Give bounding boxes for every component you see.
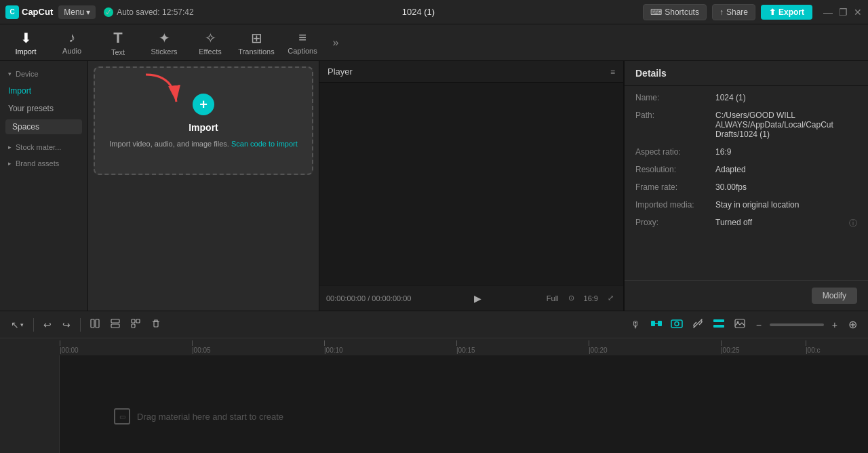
import-card-subtitle: Import video, audio, and image files. Sc… (109, 140, 298, 148)
menu-button[interactable]: Menu ▾ (58, 5, 96, 19)
ruler-line (806, 340, 806, 346)
zoom-in-button[interactable]: + (828, 317, 842, 333)
autosave-dot-icon: ✓ (104, 7, 113, 17)
detail-row-aspect: Aspect ratio: 16:9 (635, 147, 857, 157)
split-h-button[interactable] (106, 316, 124, 333)
svg-rect-8 (154, 321, 158, 327)
project-title: 1024 (1) (194, 7, 644, 17)
toolbar-more-button[interactable]: » (326, 25, 346, 60)
split-v-button[interactable] (86, 316, 104, 333)
export-icon: ⬆ (769, 7, 776, 17)
maximize-button[interactable]: ❐ (838, 7, 848, 17)
expand-button[interactable]: ⤢ (605, 292, 616, 304)
camera-icon (671, 317, 683, 330)
timeline-tracks[interactable]: ▭ Drag material here and start to create (60, 355, 868, 453)
player-area: Player ≡ 00:00:00:00 / 00:00:00:00 ▶ Ful… (319, 61, 624, 311)
detail-key-imported-media: Imported media: (635, 200, 710, 210)
shortcuts-button[interactable]: ⌨ Shortcuts (643, 4, 707, 20)
stabilize-button[interactable]: ⊙ (566, 292, 577, 304)
tab-text[interactable]: T Text (95, 25, 141, 60)
svg-rect-12 (671, 320, 682, 328)
spaces-button[interactable]: Spaces (5, 119, 82, 134)
left-panel-stock[interactable]: ▸ Stock mater... (3, 140, 85, 155)
export-button[interactable]: ⬆ Export (761, 5, 812, 20)
drag-hint-icon: ▭ (114, 408, 130, 425)
play-button[interactable]: ▶ (474, 293, 481, 304)
import-tab-icon: ⬇ (20, 30, 32, 46)
ratio-button[interactable]: 16:9 (581, 293, 601, 304)
modify-button[interactable]: Modify (812, 288, 857, 304)
detail-val-resolution: Adapted (715, 165, 857, 174)
main-toolbar: ⬇ Import ♪ Audio T Text ✦ Stickers ✧ Eff… (0, 24, 868, 61)
transitions-tab-icon: ⊞ (251, 30, 262, 46)
multi-track-icon (713, 317, 725, 330)
ruler-label-6: |00:c (806, 347, 821, 354)
tab-audio[interactable]: ♪ Audio (49, 25, 95, 60)
zoom-slider[interactable] (770, 323, 824, 326)
detail-val-proxy: Turned off (715, 218, 841, 227)
redo-button[interactable]: ↪ (58, 317, 75, 333)
shortcuts-icon: ⌨ (650, 7, 662, 17)
ruler-label-1: |00:05 (192, 347, 211, 354)
import-plus-icon: + (193, 94, 214, 115)
player-menu-icon[interactable]: ≡ (610, 67, 615, 77)
fit-button[interactable]: ⊕ (844, 315, 861, 334)
text-tab-label: Text (111, 48, 125, 56)
image-icon (734, 319, 745, 328)
share-button[interactable]: ↑ Share (712, 4, 755, 20)
ruler-mark-3: |00:15 (456, 340, 475, 354)
detail-row-imported-media: Imported media: Stay in original locatio… (635, 200, 857, 210)
tab-stickers[interactable]: ✦ Stickers (141, 25, 187, 60)
menu-arrow-icon: ▾ (86, 7, 90, 17)
tab-transitions[interactable]: ⊞ Transitions (233, 25, 279, 60)
time-display: 00:00:00:00 / 00:00:00:00 (326, 294, 411, 302)
timeline-content: ▭ Drag material here and start to create (0, 355, 868, 453)
audio-tab-label: Audio (62, 47, 81, 55)
fullscreen-button[interactable]: Full (544, 293, 561, 304)
snap-button[interactable] (648, 315, 665, 335)
tab-captions[interactable]: ≡ Captions (279, 25, 326, 60)
select-arrow-icon: ▾ (20, 321, 24, 328)
image-button[interactable] (730, 316, 749, 333)
detail-val-name: 1024 (1) (715, 93, 857, 102)
svg-line-14 (696, 322, 699, 325)
left-panel-import[interactable]: Import (3, 83, 85, 99)
left-panel-device-header[interactable]: ▾ Device (3, 66, 85, 81)
proxy-info-icon[interactable]: ⓘ (849, 218, 857, 229)
left-panel-brand[interactable]: ▸ Brand assets (3, 156, 85, 171)
split-h-icon (111, 319, 120, 328)
device-arrow-icon: ▾ (8, 71, 12, 77)
ruler-marks: |00:00 |00:05 |00:10 |00:15 |00:20 |00:2… (60, 340, 808, 354)
ruler-line (456, 340, 457, 346)
detail-val-imported-media: Stay in original location (715, 200, 857, 210)
minimize-button[interactable]: — (823, 7, 833, 17)
tab-import[interactable]: ⬇ Import (3, 25, 49, 60)
select-tool-button[interactable]: ↖ ▾ (7, 317, 28, 333)
title-bar-right: ⌨ Shortcuts ↑ Share ⬆ Export — ❐ ✕ (643, 4, 863, 20)
split-mid-button[interactable] (127, 316, 144, 333)
left-panel-presets[interactable]: Your presets (3, 100, 85, 117)
drag-hint-text: Drag material here and start to create (137, 412, 283, 422)
close-button[interactable]: ✕ (853, 7, 863, 17)
multi-track-button[interactable] (710, 315, 728, 335)
svg-rect-3 (111, 319, 119, 323)
delete-button[interactable] (147, 316, 165, 333)
mic-button[interactable]: 🎙 (627, 317, 645, 333)
device-label: Device (16, 70, 39, 78)
timeline-ruler: |00:00 |00:05 |00:10 |00:15 |00:20 |00:2… (0, 338, 868, 355)
tab-effects[interactable]: ✧ Effects (187, 25, 233, 60)
brand-arrow-icon: ▸ (8, 160, 12, 167)
camera-button[interactable] (668, 315, 686, 335)
zoom-out-button[interactable]: − (752, 317, 766, 333)
player-title: Player (328, 66, 353, 77)
svg-rect-1 (91, 319, 94, 328)
player-header: Player ≡ (319, 61, 623, 83)
scan-code-link[interactable]: Scan code to import (231, 140, 298, 148)
split-mid-icon (131, 319, 140, 328)
import-card[interactable]: + Import Import video, audio, and image … (94, 66, 313, 175)
undo-button[interactable]: ↩ (39, 317, 56, 333)
autosave-text: Auto saved: 12:57:42 (117, 7, 193, 17)
chain-button[interactable] (688, 315, 707, 334)
detail-key-resolution: Resolution: (635, 165, 710, 174)
stickers-tab-label: Stickers (151, 47, 177, 56)
